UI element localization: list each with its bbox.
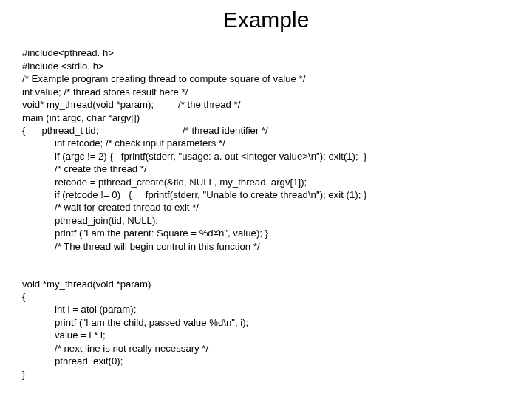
code-line: main (int argc, char *argv[]) [22,112,140,123]
code-line: #include <stdio. h> [22,61,104,72]
code-line: void* my_thread(void *param); /* the thr… [22,99,240,110]
code-line: if (argc != 2) { fprintf(stderr, "usage:… [22,151,366,162]
code-line: int i = atoi (param); [22,304,136,315]
code-line: printf ("I am the parent: Square = %d¥n"… [22,228,268,239]
slide: Example #include<pthread. h> #include <s… [0,0,532,399]
code-line: pthread_join(tid, NULL); [22,215,158,226]
code-line: printf ("I am the child, passed value %d… [22,317,248,328]
code-block-1: #include<pthread. h> #include <stdio. h>… [22,34,510,253]
code-line: { pthread_t tid; /* thread identifier */ [22,125,268,136]
code-line: /* The thread will begin control in this… [22,241,260,252]
code-line: { [22,291,25,302]
code-line: if (retcode != 0) { fprintf(stderr, "Una… [22,189,366,200]
code-line: int value; /* thread stores result here … [22,86,188,98]
code-line: #include<pthread. h> [22,47,114,58]
code-block-2: void *my_thread(void *param) { int i = a… [22,265,510,381]
code-line: int retcode; /* check input parameters *… [22,137,225,149]
code-line: pthread_exit(0); [22,355,123,366]
code-line: /* wait for created thread to exit */ [22,202,199,213]
code-line: /* create the thread */ [22,163,147,174]
code-line: /* next line is not really necessary */ [22,343,208,354]
slide-title: Example [22,7,510,33]
code-line: retcode = pthread_create(&tid, NULL, my_… [22,177,307,188]
code-line: } [22,369,25,380]
code-line: /* Example program creating thread to co… [22,73,305,84]
code-line: value = i * i; [22,330,106,341]
code-line: void *my_thread(void *param) [22,279,151,290]
